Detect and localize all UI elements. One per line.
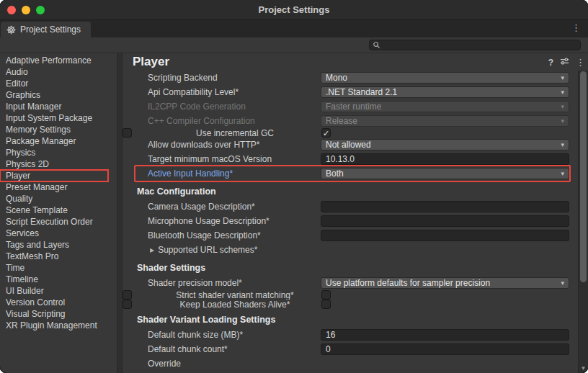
- checkbox-strict-shader-variant-matching[interactable]: [321, 290, 331, 300]
- foldout-arrow-icon[interactable]: ▶: [150, 247, 154, 253]
- settings-row-c-compiler-configuration: C++ Compiler ConfigurationRelease▾: [122, 114, 578, 128]
- minimize-button[interactable]: [22, 6, 30, 14]
- toolbar: [0, 37, 588, 53]
- presets-icon[interactable]: [560, 57, 569, 68]
- sidebar-item-textmesh-pro[interactable]: TextMesh Pro: [0, 251, 117, 262]
- row-label: C++ Compiler Configuration: [148, 116, 321, 126]
- sidebar-item-package-manager[interactable]: Package Manager: [0, 135, 117, 147]
- dropdown-active-input-handling[interactable]: Both▾: [321, 168, 569, 179]
- chevron-down-icon: ▾: [556, 141, 564, 148]
- text-field-bluetooth-usage-description[interactable]: [321, 230, 569, 241]
- text-field-default-chunk-count[interactable]: 0: [321, 343, 569, 355]
- sidebar-item-memory-settings[interactable]: Memory Settings: [0, 124, 117, 135]
- titlebar: Project Settings: [0, 0, 588, 20]
- text-field-camera-usage-description[interactable]: [321, 201, 569, 212]
- settings-row-bluetooth-usage-description: Bluetooth Usage Description*: [122, 228, 578, 243]
- sidebar-item-quality[interactable]: Quality: [0, 193, 117, 205]
- search-icon: [373, 41, 380, 49]
- checkbox-keep-loaded-shaders-alive[interactable]: [321, 300, 331, 309]
- dropdown-allow-downloads-over-http[interactable]: Not allowed▾: [321, 139, 569, 150]
- row-label: Keep Loaded Shaders Alive*: [148, 300, 321, 309]
- sidebar-item-adaptive-performance[interactable]: Adaptive Performance: [0, 55, 117, 66]
- settings-row-il2cpp-code-generation: IL2CPP Code GenerationFaster runtime▾: [122, 99, 578, 114]
- text-field-microphone-usage-description[interactable]: [321, 215, 569, 227]
- sidebar-item-services[interactable]: Services: [0, 228, 117, 239]
- dropdown-value: Release: [326, 116, 357, 126]
- row-label: Camera Usage Description*: [148, 202, 321, 212]
- dropdown-shader-precision-model[interactable]: Use platform defaults for sampler precis…: [321, 277, 569, 289]
- text-field-default-chunk-size-mb[interactable]: 16: [321, 329, 569, 341]
- chevron-down-icon: ▾: [556, 74, 564, 81]
- row-label: Api Compatibility Level*: [148, 87, 321, 97]
- sidebar-item-preset-manager[interactable]: Preset Manager: [0, 181, 117, 193]
- scroll-down-icon[interactable]: ▼: [579, 365, 588, 372]
- settings-rows: Scripting BackendMono▾Api Compatibility …: [122, 71, 578, 373]
- settings-row-active-input-handling: Active Input Handling*Both▾: [122, 166, 578, 181]
- section-header: Shader Variant Loading Settings: [137, 315, 275, 325]
- settings-row-override: Override: [122, 356, 578, 371]
- sidebar-item-physics[interactable]: Physics: [0, 147, 117, 158]
- sidebar-item-xr-plugin-management[interactable]: XR Plugin Management: [0, 320, 117, 331]
- gear-icon: [6, 25, 16, 35]
- zoom-button[interactable]: [36, 6, 45, 14]
- dropdown-c-compiler-configuration: Release▾: [321, 115, 569, 127]
- row-label: Use incremental GC: [148, 129, 321, 138]
- sidebar-item-time[interactable]: Time: [0, 262, 117, 274]
- settings-row-target-minimum-macos-version: Target minimum macOS Version10.13.0: [122, 152, 578, 166]
- dropdown-value: Both: [326, 168, 344, 179]
- sidebar-item-timeline[interactable]: Timeline: [0, 274, 117, 285]
- row-label: Allow downloads over HTTP*: [148, 140, 321, 150]
- checkbox-use-incremental-gc[interactable]: ✓: [321, 128, 331, 138]
- page-title: Player: [133, 55, 169, 69]
- dropdown-scripting-backend[interactable]: Mono▾: [321, 72, 569, 84]
- chevron-down-icon: ▾: [556, 103, 564, 110]
- sidebar-item-script-execution-order[interactable]: Script Execution Order: [0, 216, 117, 228]
- sidebar-item-scene-template[interactable]: Scene Template: [0, 205, 117, 216]
- settings-row-supported-url-schemes: ▶Supported URL schemes*: [122, 243, 578, 257]
- text-field-target-minimum-macos-version[interactable]: 10.13.0: [321, 153, 569, 165]
- row-label: Override: [148, 359, 321, 369]
- sidebar-item-physics-2d[interactable]: Physics 2D: [0, 158, 117, 170]
- row-label: Active Input Handling*: [148, 168, 321, 179]
- sidebar-splitter[interactable]: [117, 53, 122, 373]
- sidebar-item-editor[interactable]: Editor: [0, 78, 117, 89]
- sidebar-item-input-system-package[interactable]: Input System Package: [0, 112, 117, 124]
- sidebar-item-version-control[interactable]: Version Control: [0, 297, 117, 308]
- scrollbar-thumb[interactable]: [580, 71, 587, 282]
- vertical-scrollbar[interactable]: ▼: [578, 71, 588, 373]
- sidebar-item-ui-builder[interactable]: UI Builder: [0, 285, 117, 297]
- content-area: Adaptive PerformanceAudioEditorGraphicsI…: [0, 53, 588, 373]
- sidebar-item-audio[interactable]: Audio: [0, 66, 117, 78]
- window-title: Project Settings: [259, 4, 330, 15]
- row-label: Strict shader variant matching*: [148, 291, 321, 300]
- search-input[interactable]: [383, 41, 577, 50]
- row-label: Bluetooth Usage Description*: [148, 230, 321, 241]
- dropdown-value: Use platform defaults for sampler precis…: [326, 278, 490, 288]
- settings-row-camera-usage-description: Camera Usage Description*: [122, 199, 578, 214]
- help-icon[interactable]: ?: [548, 58, 553, 68]
- tab-project-settings[interactable]: Project Settings: [1, 22, 91, 37]
- sidebar-item-player[interactable]: Player: [0, 170, 108, 181]
- close-button[interactable]: [7, 6, 16, 14]
- settings-row-microphone-usage-description: Microphone Usage Description*: [122, 214, 578, 228]
- sidebar-list: Adaptive PerformanceAudioEditorGraphicsI…: [0, 55, 117, 331]
- dropdown-api-compatibility-level[interactable]: .NET Standard 2.1▾: [321, 86, 569, 98]
- chevron-down-icon: ▾: [556, 117, 564, 125]
- settings-row-default-chunk-size-mb: Default chunk size (MB)*16: [122, 328, 578, 342]
- settings-row-use-incremental-gc: Use incremental GC✓: [122, 128, 132, 138]
- settings-row-mac-configuration: Mac Configuration: [122, 184, 578, 199]
- settings-row-scripting-backend: Scripting BackendMono▾: [122, 71, 578, 85]
- sidebar-item-visual-scripting[interactable]: Visual Scripting: [0, 308, 117, 320]
- more-icon[interactable]: ⋮: [576, 58, 585, 68]
- sidebar-item-graphics[interactable]: Graphics: [0, 89, 117, 101]
- row-label: Shader precision model*: [148, 278, 321, 288]
- sidebar-item-tags-and-layers[interactable]: Tags and Layers: [0, 239, 117, 251]
- sidebar-item-input-manager[interactable]: Input Manager: [0, 101, 117, 112]
- dropdown-value: Not allowed: [326, 140, 371, 150]
- settings-row-shader-variant-loading-settings: Shader Variant Loading Settings: [122, 312, 578, 328]
- settings-row-api-compatibility-level: Api Compatibility Level*.NET Standard 2.…: [122, 85, 578, 99]
- traffic-lights: [7, 6, 45, 14]
- search-field[interactable]: [369, 40, 581, 50]
- row-label: Default chunk count*: [148, 344, 321, 354]
- tab-more-icon[interactable]: ⋮: [571, 23, 581, 32]
